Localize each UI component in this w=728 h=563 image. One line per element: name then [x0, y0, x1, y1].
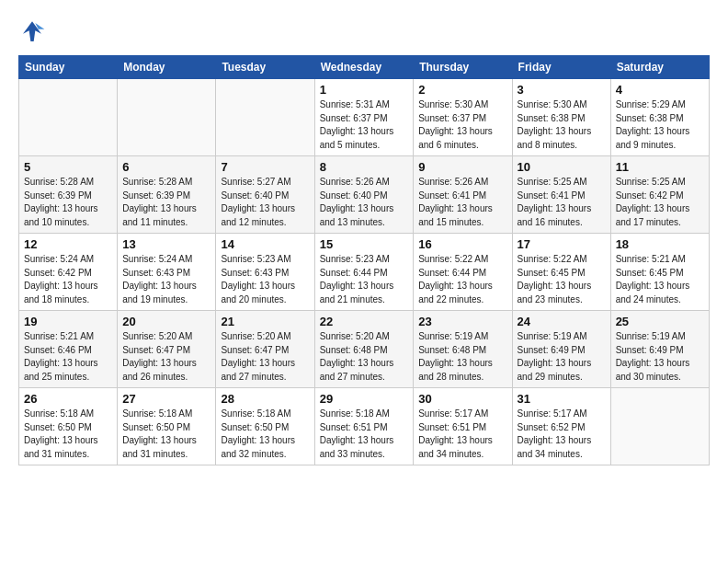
day-cell: 17Sunrise: 5:22 AMSunset: 6:45 PMDayligh…	[512, 234, 610, 311]
week-row-3: 12Sunrise: 5:24 AMSunset: 6:42 PMDayligh…	[19, 234, 710, 311]
day-number: 16	[418, 237, 506, 251]
day-info: Sunrise: 5:20 AMSunset: 6:47 PMDaylight:…	[221, 330, 309, 384]
day-info: Sunrise: 5:22 AMSunset: 6:44 PMDaylight:…	[418, 253, 506, 306]
day-number: 31	[518, 392, 606, 406]
day-info: Sunrise: 5:31 AMSunset: 6:37 PMDaylight:…	[320, 98, 409, 152]
day-number: 15	[320, 237, 409, 251]
day-cell: 11Sunrise: 5:25 AMSunset: 6:42 PMDayligh…	[610, 156, 709, 234]
day-cell: 18Sunrise: 5:21 AMSunset: 6:45 PMDayligh…	[610, 234, 709, 311]
day-cell: 6Sunrise: 5:28 AMSunset: 6:39 PMDaylight…	[118, 156, 216, 234]
col-header-sunday: Sunday	[19, 56, 118, 79]
day-info: Sunrise: 5:30 AMSunset: 6:38 PMDaylight:…	[518, 98, 606, 152]
day-info: Sunrise: 5:29 AMSunset: 6:38 PMDaylight:…	[616, 98, 704, 152]
day-number: 26	[24, 392, 112, 406]
day-number: 10	[518, 160, 606, 174]
week-row-4: 19Sunrise: 5:21 AMSunset: 6:46 PMDayligh…	[19, 311, 710, 388]
day-cell	[19, 79, 118, 156]
day-info: Sunrise: 5:25 AMSunset: 6:42 PMDaylight:…	[616, 176, 704, 229]
week-row-2: 5Sunrise: 5:28 AMSunset: 6:39 PMDaylight…	[19, 156, 710, 234]
day-cell: 13Sunrise: 5:24 AMSunset: 6:43 PMDayligh…	[118, 234, 216, 311]
day-number: 30	[418, 392, 506, 406]
day-cell	[610, 388, 709, 465]
day-number: 24	[518, 315, 606, 328]
day-cell: 24Sunrise: 5:19 AMSunset: 6:49 PMDayligh…	[512, 311, 610, 388]
logo-icon	[18, 18, 46, 46]
day-number: 3	[518, 83, 606, 97]
day-number: 5	[24, 160, 112, 174]
col-header-tuesday: Tuesday	[216, 56, 314, 79]
svg-marker-0	[23, 21, 41, 41]
week-row-5: 26Sunrise: 5:18 AMSunset: 6:50 PMDayligh…	[19, 388, 710, 465]
day-cell: 27Sunrise: 5:18 AMSunset: 6:50 PMDayligh…	[118, 388, 216, 465]
day-cell: 15Sunrise: 5:23 AMSunset: 6:44 PMDayligh…	[314, 234, 414, 311]
day-info: Sunrise: 5:18 AMSunset: 6:50 PMDaylight:…	[221, 408, 309, 461]
day-info: Sunrise: 5:23 AMSunset: 6:44 PMDaylight:…	[320, 253, 409, 306]
day-number: 19	[24, 315, 112, 328]
day-info: Sunrise: 5:18 AMSunset: 6:50 PMDaylight:…	[24, 408, 112, 461]
day-cell: 9Sunrise: 5:26 AMSunset: 6:41 PMDaylight…	[414, 156, 512, 234]
day-number: 14	[221, 237, 309, 251]
col-header-wednesday: Wednesday	[314, 56, 414, 79]
day-cell: 1Sunrise: 5:31 AMSunset: 6:37 PMDaylight…	[314, 79, 414, 156]
day-cell: 31Sunrise: 5:17 AMSunset: 6:52 PMDayligh…	[512, 388, 610, 465]
day-cell: 12Sunrise: 5:24 AMSunset: 6:42 PMDayligh…	[19, 234, 118, 311]
col-header-thursday: Thursday	[414, 56, 512, 79]
day-number: 11	[616, 160, 704, 174]
day-info: Sunrise: 5:20 AMSunset: 6:47 PMDaylight:…	[122, 330, 210, 384]
day-info: Sunrise: 5:17 AMSunset: 6:51 PMDaylight:…	[418, 408, 506, 461]
week-row-1: 1Sunrise: 5:31 AMSunset: 6:37 PMDaylight…	[19, 79, 710, 156]
col-header-saturday: Saturday	[610, 56, 709, 79]
day-cell: 4Sunrise: 5:29 AMSunset: 6:38 PMDaylight…	[610, 79, 709, 156]
day-number: 4	[616, 83, 704, 97]
day-number: 23	[418, 315, 506, 328]
day-cell: 25Sunrise: 5:19 AMSunset: 6:49 PMDayligh…	[610, 311, 709, 388]
day-number: 7	[221, 160, 309, 174]
day-cell: 16Sunrise: 5:22 AMSunset: 6:44 PMDayligh…	[414, 234, 512, 311]
day-cell: 19Sunrise: 5:21 AMSunset: 6:46 PMDayligh…	[19, 311, 118, 388]
calendar-table: SundayMondayTuesdayWednesdayThursdayFrid…	[18, 55, 710, 465]
day-cell: 8Sunrise: 5:26 AMSunset: 6:40 PMDaylight…	[314, 156, 414, 234]
day-number: 12	[24, 237, 112, 251]
day-info: Sunrise: 5:20 AMSunset: 6:48 PMDaylight:…	[320, 330, 409, 384]
day-info: Sunrise: 5:17 AMSunset: 6:52 PMDaylight:…	[518, 408, 606, 461]
day-cell: 10Sunrise: 5:25 AMSunset: 6:41 PMDayligh…	[512, 156, 610, 234]
day-number: 1	[320, 83, 409, 97]
day-cell: 28Sunrise: 5:18 AMSunset: 6:50 PMDayligh…	[216, 388, 314, 465]
day-info: Sunrise: 5:18 AMSunset: 6:51 PMDaylight:…	[320, 408, 409, 461]
day-info: Sunrise: 5:26 AMSunset: 6:40 PMDaylight:…	[320, 176, 409, 229]
day-cell: 3Sunrise: 5:30 AMSunset: 6:38 PMDaylight…	[512, 79, 610, 156]
day-info: Sunrise: 5:19 AMSunset: 6:48 PMDaylight:…	[418, 330, 506, 384]
day-number: 13	[122, 237, 210, 251]
day-number: 29	[320, 392, 409, 406]
day-number: 27	[122, 392, 210, 406]
page-header	[18, 18, 710, 46]
day-info: Sunrise: 5:19 AMSunset: 6:49 PMDaylight:…	[518, 330, 606, 384]
header-row: SundayMondayTuesdayWednesdayThursdayFrid…	[19, 56, 710, 79]
day-cell: 26Sunrise: 5:18 AMSunset: 6:50 PMDayligh…	[19, 388, 118, 465]
day-cell: 20Sunrise: 5:20 AMSunset: 6:47 PMDayligh…	[118, 311, 216, 388]
day-number: 8	[320, 160, 409, 174]
day-cell	[118, 79, 216, 156]
day-info: Sunrise: 5:21 AMSunset: 6:46 PMDaylight:…	[24, 330, 112, 384]
day-info: Sunrise: 5:21 AMSunset: 6:45 PMDaylight:…	[616, 253, 704, 306]
col-header-friday: Friday	[512, 56, 610, 79]
day-cell: 2Sunrise: 5:30 AMSunset: 6:37 PMDaylight…	[414, 79, 512, 156]
day-cell	[216, 79, 314, 156]
day-info: Sunrise: 5:18 AMSunset: 6:50 PMDaylight:…	[122, 408, 210, 461]
day-number: 2	[418, 83, 506, 97]
day-cell: 14Sunrise: 5:23 AMSunset: 6:43 PMDayligh…	[216, 234, 314, 311]
day-cell: 23Sunrise: 5:19 AMSunset: 6:48 PMDayligh…	[414, 311, 512, 388]
col-header-monday: Monday	[118, 56, 216, 79]
day-cell: 30Sunrise: 5:17 AMSunset: 6:51 PMDayligh…	[414, 388, 512, 465]
day-cell: 21Sunrise: 5:20 AMSunset: 6:47 PMDayligh…	[216, 311, 314, 388]
logo	[18, 18, 50, 46]
day-info: Sunrise: 5:26 AMSunset: 6:41 PMDaylight:…	[418, 176, 506, 229]
day-info: Sunrise: 5:22 AMSunset: 6:45 PMDaylight:…	[518, 253, 606, 306]
day-info: Sunrise: 5:19 AMSunset: 6:49 PMDaylight:…	[616, 330, 704, 384]
day-info: Sunrise: 5:30 AMSunset: 6:37 PMDaylight:…	[418, 98, 506, 152]
day-info: Sunrise: 5:24 AMSunset: 6:43 PMDaylight:…	[122, 253, 210, 306]
day-number: 17	[518, 237, 606, 251]
day-number: 9	[418, 160, 506, 174]
day-number: 6	[122, 160, 210, 174]
day-number: 22	[320, 315, 409, 328]
